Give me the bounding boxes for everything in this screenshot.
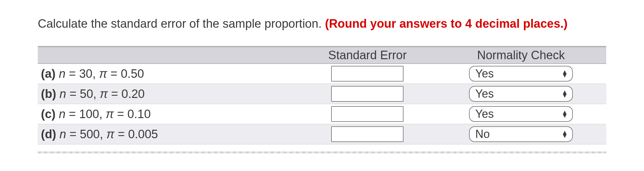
pi-value: 0.50 [121, 67, 144, 80]
standard-error-input[interactable] [331, 106, 404, 122]
eq-1: = [70, 87, 76, 100]
var-n-symbol: n [59, 67, 65, 80]
footer-divider [38, 151, 606, 153]
eq-2: = [111, 87, 118, 100]
standard-error-input[interactable] [331, 86, 404, 102]
col-header-label [38, 47, 299, 64]
updown-icon: ▲▼ [562, 111, 568, 117]
answer-table: Standard Error Normality Check (a) n = 3… [38, 46, 606, 145]
table-row: (d) n = 500, π = 0.005 No ▲▼ [38, 124, 606, 144]
row-tag: (a) [41, 67, 55, 80]
row-tag: (b) [41, 87, 56, 100]
normality-select[interactable]: Yes ▲▼ [469, 66, 573, 82]
n-value: 30 [79, 67, 92, 80]
var-pi-symbol: π [99, 67, 107, 80]
eq-1: = [70, 128, 76, 141]
normality-value: No [475, 128, 490, 141]
table-row: (b) n = 50, π = 0.20 Yes ▲▼ [38, 84, 606, 104]
table-row: (c) n = 100, π = 0.10 Yes ▲▼ [38, 104, 606, 124]
var-pi-symbol: π [106, 107, 114, 121]
normality-select[interactable]: Yes ▲▼ [469, 106, 573, 122]
row-label: (d) n = 500, π = 0.005 [38, 124, 299, 144]
eq-2: = [110, 67, 117, 80]
eq-2: = [117, 107, 124, 121]
var-n-symbol: n [59, 107, 65, 121]
row-label: (c) n = 100, π = 0.10 [38, 104, 299, 124]
eq-1: = [69, 67, 76, 80]
var-n-symbol: n [59, 87, 66, 100]
normality-value: Yes [475, 67, 494, 80]
pi-value: 0.10 [127, 107, 151, 121]
normality-value: Yes [475, 107, 494, 121]
n-value: 50 [80, 87, 93, 100]
standard-error-input[interactable] [331, 66, 404, 82]
row-label: (a) n = 30, π = 0.50 [38, 64, 299, 84]
pi-value: 0.005 [128, 128, 158, 141]
normality-select[interactable]: Yes ▲▼ [469, 86, 573, 102]
eq-2: = [118, 128, 125, 141]
row-label: (b) n = 50, π = 0.20 [38, 84, 299, 104]
eq-1: = [69, 107, 76, 121]
n-value: 500 [80, 128, 100, 141]
col-header-standard-error: Standard Error [299, 47, 436, 64]
var-n-symbol: n [59, 128, 66, 141]
col-header-normality-check: Normality Check [436, 47, 606, 64]
prompt-text: Calculate the standard error of the samp… [38, 17, 325, 30]
row-tag: (d) [41, 128, 56, 141]
pi-value: 0.20 [121, 87, 145, 100]
n-value: 100 [79, 107, 99, 121]
question-prompt: Calculate the standard error of the samp… [38, 16, 606, 32]
normality-select[interactable]: No ▲▼ [469, 126, 573, 142]
row-tag: (c) [41, 107, 55, 121]
normality-value: Yes [475, 87, 494, 100]
table-row: (a) n = 30, π = 0.50 Yes ▲▼ [38, 64, 606, 84]
var-pi-symbol: π [106, 128, 114, 141]
updown-icon: ▲▼ [562, 131, 568, 138]
prompt-hint: (Round your answers to 4 decimal places.… [325, 17, 568, 30]
var-pi-symbol: π [100, 87, 108, 100]
updown-icon: ▲▼ [562, 90, 568, 97]
standard-error-input[interactable] [331, 126, 404, 142]
updown-icon: ▲▼ [562, 70, 568, 77]
